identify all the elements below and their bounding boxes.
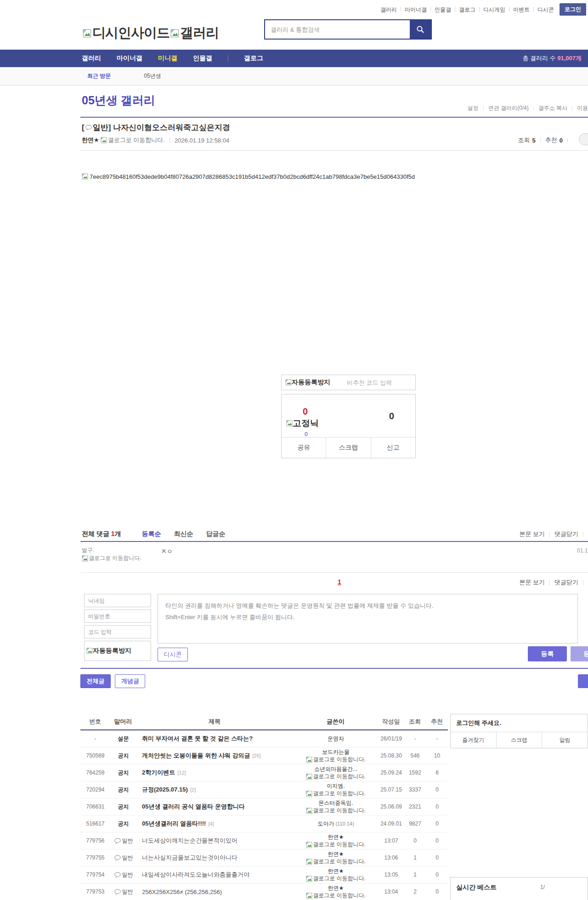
author-name[interactable]: 몬스터중독임. [294,799,378,807]
author-gallog[interactable]: 갤로그로 이동합니다. [294,858,378,865]
view-post-link[interactable]: 본문 보기 [519,578,545,587]
submit-comment-button-secondary[interactable]: 등록 [571,646,588,661]
post-author[interactable]: 한연★ [82,136,99,144]
author-name[interactable]: 운영자 [294,735,378,742]
gallery-title[interactable]: 05년생 갤러리 [82,93,155,108]
post-title-link[interactable]: 규정(2025.07.15) [142,786,188,793]
author-name[interactable]: 소년의마음을간... [294,765,378,773]
scrap-button[interactable]: 스크랩 [326,438,370,458]
author-gallog[interactable]: 갤로그로 이동합니다. [294,756,378,763]
post-title-link[interactable]: 256X256X256≠ (256,256,256) [142,889,222,895]
concept-posts-button[interactable]: 개념글 [115,674,145,688]
author-gallog[interactable]: 갤로그로 이동합니다. [294,875,378,882]
nav-item-인물갤[interactable]: 인물갤 [193,54,212,63]
password-input[interactable] [84,609,151,623]
post-author-cell[interactable]: 소년의마음을간...갤로그로 이동합니다. [293,764,379,781]
report-button[interactable]: 신고 [371,438,415,458]
recent-gallery-link[interactable]: 05년생 [144,72,161,80]
author-name[interactable]: 한연★ [294,884,378,892]
post-title-cell[interactable]: 규정(2025.07.15)[2] [136,781,293,798]
captcha-code-input[interactable] [84,625,151,638]
gallery-menu-link-4[interactable]: 이용 [577,104,588,112]
login-button[interactable]: 로그인 [560,3,586,16]
view-post-link[interactable]: 본문 보기 [519,530,545,538]
nav-item-미니갤[interactable]: 미니갤 [158,54,177,63]
page-number[interactable]: 1 [338,578,341,586]
post-title-cell[interactable]: 너는사실지금을보고있는것이아니다 [136,849,293,866]
share-button[interactable]: 공유 [282,438,326,458]
sort-replies[interactable]: 답글순 [206,530,226,538]
all-posts-button[interactable]: 전체글 [80,674,111,688]
author-name[interactable]: 보드카는물 [294,748,378,756]
comment-gallog-alt[interactable]: 갤로그로 이동합니다. [89,555,141,561]
post-author-cell[interactable]: 보드카는물갤로그로 이동합니다. [293,747,379,764]
post-author-cell[interactable]: 이지엠.갤로그로 이동합니다. [293,781,379,798]
post-title-link[interactable]: 개처안씻는 오봉이들을 위한 샤워 강의글 [142,752,250,759]
post-title-cell[interactable]: 256X256X256≠ (256,256,256) [136,883,293,900]
sidebar-tab-3[interactable]: 알림 [542,732,588,748]
sort-registered[interactable]: 등록순 [142,530,161,538]
write-post-button[interactable]: 글쓰기 [578,674,588,688]
nickname-input[interactable] [84,594,151,607]
post-title-link[interactable]: 취미 부자여서 결혼 못 할 것 같은 스타는? [142,735,253,742]
post-title-cell[interactable]: 05년생갤러리 열품타!!!![4] [136,815,293,832]
close-comments-link[interactable]: 댓글닫기 [554,530,578,538]
post-title-link[interactable]: 2학기이벤트 [142,769,175,776]
author-name[interactable]: 이지엠. [294,782,378,790]
gallery-menu-link-1[interactable]: 설정 [468,104,479,112]
author-gallog[interactable]: 갤로그로 이동합니다. [294,841,378,848]
author-gallog[interactable]: 갤로그로 이동합니다. [294,790,378,797]
post-title-cell[interactable]: 취미 부자여서 결혼 못 할 것 같은 스타는? [136,730,293,747]
gallog-alt-text[interactable]: 갤로그로 이동합니다. [108,136,165,144]
topbar-link-6[interactable]: 이벤트 [513,6,530,13]
post-title-link[interactable]: 05년생갤러리 열품타!!!! [142,820,206,827]
post-title-cell[interactable]: 너도세상이깨지는순간을본적이있어 [136,832,293,849]
submit-comment-button[interactable]: 등록 [528,646,567,661]
author-name[interactable]: 한연★ [294,850,378,858]
post-author-cell[interactable]: 한연★갤로그로 이동합니다. [293,832,379,849]
author-name[interactable]: 한연★ [294,867,378,875]
dccon-button[interactable]: 디시콘 [158,648,188,661]
search-input[interactable] [265,20,410,39]
author-name[interactable]: 한연★ [294,833,378,841]
topbar-link-7[interactable]: 디시콘 [537,6,554,13]
downvote-code-input[interactable] [346,379,412,387]
post-title-link[interactable]: 05년생 갤러리 공식 열품타 운영합니다 [142,803,245,810]
sidebar-tab-2[interactable]: 스크랩 [496,732,542,748]
topbar-link-4[interactable]: 갤로그 [459,6,475,13]
gallery-menu-link-3[interactable]: 갤주소 복사 [538,104,567,112]
post-author-cell[interactable]: 운영자 [293,730,379,747]
post-author-cell[interactable]: 몬스터중독임.갤로그로 이동합니다. [293,798,379,815]
sort-newest[interactable]: 최신순 [174,530,193,538]
post-author-cell[interactable]: 한연★갤로그로 이동합니다. [293,866,379,883]
post-title-cell[interactable]: 개처안씻는 오봉이들을 위한 샤워 강의글[26] [136,747,293,764]
sidebar-tab-1[interactable]: 즐겨찾기 [451,732,496,748]
author-gallog[interactable]: 갤로그로 이동합니다. [294,807,378,814]
search-button[interactable] [410,20,431,39]
author-gallog[interactable]: 갤로그로 이동합니다. [294,773,378,780]
author-name[interactable]: 도아가 (110.14) [294,820,378,827]
post-title-link[interactable]: 너도세상이깨지는순간을본적이있어 [142,837,237,844]
post-title-link[interactable]: 너는사실지금을보고있는것이아니다 [142,854,237,861]
topbar-link-2[interactable]: 마이너갤 [405,6,427,13]
author-gallog[interactable]: 갤로그로 이동합니다. [294,892,378,899]
post-title-cell[interactable]: 05년생 갤러리 공식 열품타 운영합니다 [136,798,293,815]
nav-item-마이너갤[interactable]: 마이너갤 [117,54,142,63]
comment-author-name[interactable]: 벌구. [82,547,94,553]
post-author-cell[interactable]: 도아가 (110.14) [293,815,379,832]
close-comments-link[interactable]: 댓글닫기 [554,578,578,587]
topbar-link-1[interactable]: 갤러리 [380,6,397,13]
nav-item-갤러리[interactable]: 갤러리 [82,54,101,63]
post-author-cell[interactable]: 한연★갤로그로 이동합니다. [293,883,379,900]
site-logo[interactable]: 디시인사이드 갤러리 [82,24,219,42]
topbar-link-5[interactable]: 디시게임 [483,6,505,13]
header-toggle-pill[interactable] [579,133,588,145]
topbar-link-3[interactable]: 인물갤 [435,6,451,13]
post-title-cell[interactable]: 2학기이벤트[12] [136,764,293,781]
gallery-menu-link-2[interactable]: 연관 갤러리(0/4) [488,104,529,112]
recent-visit-label[interactable]: 최근 방문 [87,72,111,80]
post-title-cell[interactable]: 내일세상이사라져도오늘너와춤을출거야 [136,866,293,883]
nav-item-갤로그[interactable]: 갤로그 [244,54,263,63]
comment-textarea[interactable]: 타인의 권리를 침해하거나 명예를 훼손하는 댓글은 운영원칙 및 관련 법률에… [158,594,578,644]
post-title-link[interactable]: 내일세상이사라져도오늘너와춤을출거야 [142,871,249,878]
